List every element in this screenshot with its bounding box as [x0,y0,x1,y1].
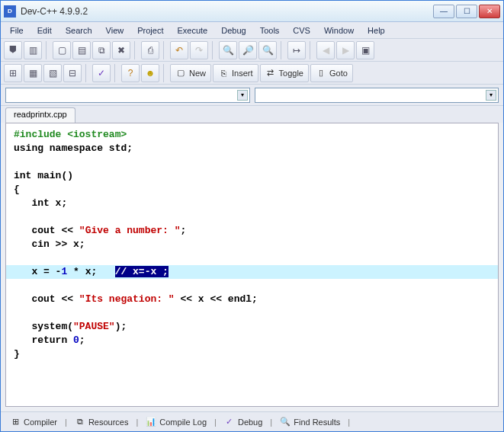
titlebar: D Dev-C++ 4.9.9.2 — ☐ ✕ [1,1,503,22]
print-icon[interactable]: ⎙ [141,41,159,59]
goto-icon[interactable]: ↦ [287,41,306,59]
compile-icon[interactable]: ⊞ [4,64,22,82]
status-findresults[interactable]: 🔍Find Results [275,415,345,429]
find-results-icon: 🔍 [280,417,291,427]
selection: // x=-x ; [115,266,169,277]
method-combo[interactable]: ▾ [255,88,499,103]
run-icon[interactable]: ▦ [24,64,42,82]
insert-button[interactable]: ⎘Insert [213,64,258,82]
class-browser-bar: ▾ ▾ [1,85,503,106]
tab-readprintx[interactable]: readprintx.cpp [5,107,75,123]
toolbar-main: ⛊ ▥ ▢ ▤ ⧉ ✖ ⎙ ↶ ↷ 🔍 🔎 🔍 ↦ ◀ ▶ ▣ [1,39,503,62]
close-file-icon[interactable]: ✖ [112,41,130,59]
undo-icon[interactable]: ↶ [170,41,188,59]
maximize-button[interactable]: ☐ [456,5,477,18]
new-file-icon[interactable]: ▢ [53,41,71,59]
menu-execute[interactable]: Execute [171,24,213,37]
debug-icon: ✓ [224,417,235,427]
chevron-down-icon: ▾ [486,90,496,101]
status-compilelog[interactable]: 📊Compile Log [141,415,211,429]
status-compiler[interactable]: ⊞Compiler [5,415,62,429]
rebuild-icon[interactable]: ⊟ [63,64,82,82]
shield-icon[interactable]: ⛊ [4,41,22,59]
log-icon: 📊 [146,417,156,427]
new-button[interactable]: ▢New [170,64,211,82]
check-icon[interactable]: ✓ [92,64,111,82]
nav-back-icon[interactable]: ◀ [316,41,335,59]
statusbar: ⊞Compiler| ⧉Resources| 📊Compile Log| ✓De… [1,411,503,431]
menu-view[interactable]: View [100,24,130,37]
redo-icon[interactable]: ↷ [190,41,208,59]
goto-button[interactable]: ▯Goto [310,64,353,82]
resources-icon: ⧉ [75,417,85,427]
find-icon[interactable]: 🔍 [219,41,237,59]
replace-icon[interactable]: 🔎 [239,41,257,59]
insert-icon: ⎘ [218,68,229,78]
code-editor[interactable]: #include <iostream> using namespace std;… [5,123,499,407]
compiler-icon: ⊞ [10,417,21,427]
open-icon[interactable]: ▤ [72,41,91,59]
menu-edit[interactable]: Edit [31,24,58,37]
toolbar-secondary: ⊞ ▦ ▧ ⊟ ✓ ? ☻ ▢New ⎘Insert ⇄Toggle ▯Goto [1,62,503,85]
menu-search[interactable]: Search [59,24,98,37]
menu-debug[interactable]: Debug [215,24,252,37]
highlighted-line: x = -1 * x; // x=-x ; [6,265,498,279]
menu-file[interactable]: File [4,24,30,37]
menubar: File Edit Search View Project Execute De… [1,22,503,39]
menu-project[interactable]: Project [131,24,169,37]
bookmark-icon[interactable]: ▣ [356,41,374,59]
about-icon[interactable]: ☻ [141,64,159,82]
app-icon: D [4,5,16,18]
nav-fwd-icon[interactable]: ▶ [336,41,355,59]
project-icon[interactable]: ▥ [24,41,42,59]
help-icon[interactable]: ? [121,64,140,82]
minimize-button[interactable]: — [433,5,454,18]
class-combo[interactable]: ▾ [5,88,250,103]
menu-help[interactable]: Help [361,24,391,37]
findnext-icon[interactable]: 🔍 [258,41,277,59]
menu-tools[interactable]: Tools [254,24,286,37]
toggle-button[interactable]: ⇄Toggle [260,64,309,82]
close-button[interactable]: ✕ [479,5,500,18]
status-resources[interactable]: ⧉Resources [70,415,133,429]
new-icon: ▢ [175,68,186,78]
menu-cvs[interactable]: CVS [287,24,316,37]
window-title: Dev-C++ 4.9.9.2 [21,6,433,17]
menu-window[interactable]: Window [318,24,360,37]
code-content: #include <iostream> using namespace std;… [6,123,498,366]
app-window: D Dev-C++ 4.9.9.2 — ☐ ✕ File Edit Search… [0,0,504,432]
toggle-icon: ⇄ [265,68,276,78]
file-tabs: readprintx.cpp [1,106,503,123]
chevron-down-icon: ▾ [237,90,248,101]
goto-bm-icon: ▯ [316,68,326,78]
compile-run-icon[interactable]: ▧ [43,64,62,82]
save-all-icon[interactable]: ⧉ [92,41,111,59]
status-debug[interactable]: ✓Debug [220,415,267,429]
